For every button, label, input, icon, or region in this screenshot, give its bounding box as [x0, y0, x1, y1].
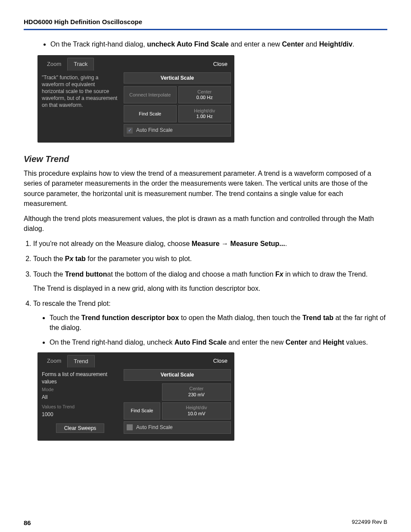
- step-3-sub: The Trend is displayed in a new grid, al…: [33, 283, 387, 293]
- paragraph: Although the trend plots measurement val…: [24, 214, 387, 233]
- bold-text: uncheck Auto Find Scale: [147, 40, 229, 48]
- checkbox-label: Auto Find Scale: [136, 424, 173, 431]
- center-field[interactable]: Center 230 mV: [162, 383, 231, 401]
- page-footer: 86 922499 Rev B: [24, 518, 387, 527]
- page-header-title: HDO6000 High Definition Oscilloscope: [24, 17, 387, 26]
- bold-text: Measure: [192, 240, 220, 247]
- field-value: 10.0 mV: [163, 411, 230, 417]
- button-label: Find Scale: [125, 408, 159, 414]
- find-scale-button[interactable]: Find Scale: [124, 105, 177, 122]
- connect-interpolate-button[interactable]: Connect Interpolate: [124, 86, 177, 103]
- close-button[interactable]: Close: [210, 59, 231, 70]
- field-value: 230 mV: [163, 392, 230, 398]
- bold-text: Height/div: [319, 40, 352, 48]
- bold-text: Trend function descriptor box: [81, 314, 179, 321]
- checkbox-label: Auto Find Scale: [136, 127, 173, 134]
- step-2: Touch the Px tab for the parameter you w…: [33, 254, 387, 264]
- section-title: View Trend: [24, 153, 387, 165]
- dialog-tabs: Zoom Trend Close: [37, 352, 234, 367]
- find-scale-button[interactable]: Find Scale: [124, 402, 160, 420]
- paragraph: This procedure explains how to view the …: [24, 168, 387, 208]
- dialog-left-panel: "Track" function, giving a waveform of e…: [37, 71, 122, 139]
- height-div-field[interactable]: Height/div 10.0 mV: [162, 402, 231, 420]
- dialog-right-panel: Vertical Scale Connect Interpolate Cente…: [122, 71, 234, 139]
- step-4-bullets: Touch the Trend function descriptor box …: [33, 313, 387, 347]
- auto-find-scale-checkbox[interactable]: Auto Find Scale: [124, 421, 231, 434]
- intro-bullet-list: On the Track right-hand dialog, uncheck …: [24, 40, 387, 49]
- text: Touch the: [50, 314, 81, 321]
- dialog-right-panel: Vertical Scale Find Scale Center 230 mV …: [122, 367, 234, 436]
- height-div-field[interactable]: Height/div 1.00 Hz: [178, 105, 231, 122]
- bold-text: P: [65, 255, 70, 262]
- bold-text: Center: [286, 339, 308, 346]
- text: in which to draw the Trend.: [283, 271, 368, 278]
- text: at the bottom of the dialog and choose a…: [107, 271, 275, 278]
- field-value: 0.00 Hz: [180, 95, 230, 101]
- text: On the Track right-hand dialog,: [50, 40, 147, 48]
- text: On the Trend right-hand dialog, uncheck: [50, 339, 174, 346]
- text: for the parameter you wish to plot.: [86, 255, 192, 262]
- clear-sweeps-button[interactable]: Clear Sweeps: [56, 423, 104, 433]
- mode-label: Mode: [42, 386, 118, 393]
- mode-value[interactable]: All: [42, 394, 118, 401]
- button-label: Connect Interpolate: [125, 92, 175, 98]
- track-dialog: Zoom Track Close "Track" function, givin…: [37, 55, 234, 143]
- dialog-description: Forms a list of measurement values: [42, 371, 118, 386]
- bold-text: tab: [73, 255, 85, 262]
- steps-list: If you're not already on the Measure dia…: [24, 239, 387, 347]
- field-label: Height/div: [163, 405, 230, 411]
- values-to-trend-label: Values to Trend: [42, 404, 118, 410]
- field-label: Center: [163, 386, 230, 392]
- text: to open the Math dialog, then touch the: [179, 314, 302, 321]
- step-4-bullet-2: On the Trend right-hand dialog, uncheck …: [50, 337, 387, 347]
- text: and enter a new: [229, 40, 282, 48]
- text: If you're not already on the Measure dia…: [33, 240, 192, 247]
- arrow-icon: →: [220, 240, 230, 247]
- bold-text: F: [275, 271, 280, 278]
- text: and: [308, 339, 323, 346]
- field-label: Center: [180, 89, 230, 95]
- bold-text: Auto Find Scale: [174, 339, 227, 346]
- header-rule: [24, 29, 387, 30]
- text: Touch the: [33, 271, 65, 278]
- dialog-tabs: Zoom Track Close: [37, 55, 234, 70]
- text: .: [352, 40, 354, 48]
- step-4: To rescale the Trend plot: Touch the Tre…: [33, 299, 387, 347]
- text: To rescale the Trend plot:: [33, 300, 111, 307]
- text: and: [304, 40, 319, 48]
- tab-zoom[interactable]: Zoom: [41, 58, 67, 70]
- bold-text: Measure Setup...: [230, 240, 285, 247]
- auto-find-scale-checkbox[interactable]: ✓ Auto Find Scale: [124, 124, 231, 137]
- center-field[interactable]: Center 0.00 Hz: [178, 86, 231, 103]
- text: Touch the: [33, 255, 65, 262]
- field-label: Height/div: [180, 108, 230, 114]
- doc-revision: 922499 Rev B: [352, 518, 387, 527]
- vertical-scale-header: Vertical Scale: [124, 369, 231, 381]
- trend-dialog: Zoom Trend Close Forms a list of measure…: [37, 352, 234, 441]
- check-icon: [127, 424, 133, 430]
- dialog-left-panel: Forms a list of measurement values Mode …: [37, 367, 122, 436]
- tab-track[interactable]: Track: [67, 58, 94, 70]
- text: .: [285, 240, 287, 247]
- values-to-trend-value[interactable]: 1000: [42, 411, 118, 418]
- tab-trend[interactable]: Trend: [67, 355, 94, 367]
- button-label: Find Scale: [125, 111, 175, 117]
- vertical-scale-header: Vertical Scale: [124, 72, 231, 84]
- bold-text: Trend tab: [302, 314, 333, 321]
- check-icon: ✓: [127, 128, 133, 134]
- field-value: 1.00 Hz: [180, 114, 230, 120]
- text: values.: [344, 339, 368, 346]
- close-button[interactable]: Close: [210, 355, 231, 367]
- bold-text: Trend button: [65, 271, 107, 278]
- step-3: Touch the Trend buttonat the bottom of t…: [33, 269, 387, 293]
- bold-text: Height: [323, 339, 344, 346]
- text: and enter the new: [227, 339, 286, 346]
- step-4-bullet-1: Touch the Trend function descriptor box …: [50, 313, 387, 333]
- tab-zoom[interactable]: Zoom: [41, 355, 67, 367]
- page-number: 86: [24, 518, 31, 527]
- bold-text: Center: [282, 40, 304, 48]
- bold-italic-text: x: [280, 271, 283, 278]
- intro-bullet: On the Track right-hand dialog, uncheck …: [50, 40, 387, 49]
- step-1: If you're not already on the Measure dia…: [33, 239, 387, 249]
